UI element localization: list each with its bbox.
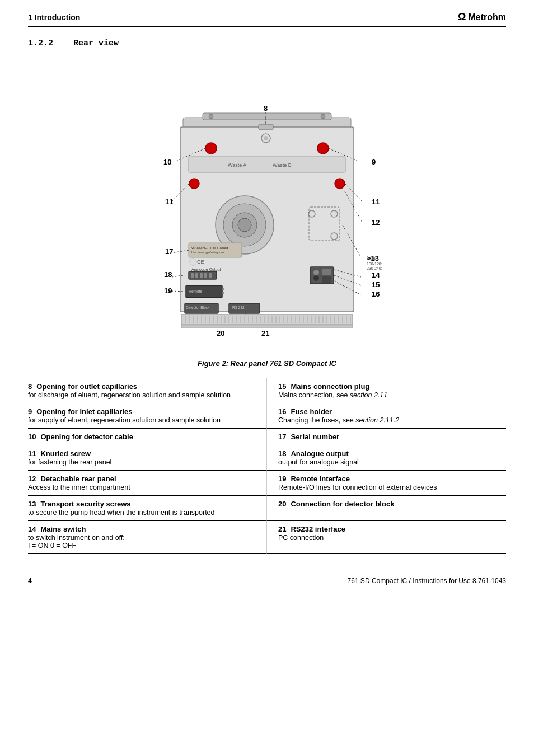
desc-text-8: for discharge of eluent, regeneration so… xyxy=(28,391,255,399)
svg-text:WARNING - Fire Hazard: WARNING - Fire Hazard xyxy=(191,246,228,250)
svg-text:11: 11 xyxy=(165,198,173,206)
svg-text:21: 21 xyxy=(261,329,269,337)
header-title: 1 Introduction xyxy=(28,13,80,22)
section-heading: 1.2.2 Rear view xyxy=(28,39,506,48)
desc-text-18: output for analogue signal xyxy=(278,458,500,466)
figure-container: Waste A Waste B WARNING - xyxy=(28,57,506,354)
svg-text:Waste A: Waste A xyxy=(228,162,246,168)
svg-rect-53 xyxy=(209,273,212,278)
svg-text:Use same type/rating fuse: Use same type/rating fuse xyxy=(191,251,224,254)
svg-rect-40 xyxy=(322,269,331,275)
description-item-10: 10Opening for detector cable xyxy=(28,429,267,445)
page-header: 1 Introduction Ω Metrohm xyxy=(28,11,506,27)
desc-text-13: to secure the pump head when the instrum… xyxy=(28,509,255,516)
description-item-16: 16Fuse holderChanging the fuses, see sec… xyxy=(267,403,506,429)
svg-text:Waste B: Waste B xyxy=(273,162,292,168)
svg-point-29 xyxy=(190,259,196,265)
header-logo: Ω Metrohm xyxy=(458,11,506,23)
svg-point-38 xyxy=(313,270,319,275)
desc-text-11: for fastening the rear panel xyxy=(28,458,255,466)
desc-number-21: 21 xyxy=(278,525,286,533)
description-item-20: 20Connection for detector block xyxy=(267,496,506,521)
description-item-13: 13Transport security screwsto secure the… xyxy=(28,496,267,521)
desc-label-16: Fuse holder xyxy=(291,407,332,416)
svg-point-59 xyxy=(222,292,224,294)
desc-label-13: Transport security screws xyxy=(40,500,130,508)
svg-text:18: 18 xyxy=(164,270,172,279)
svg-point-58 xyxy=(222,288,224,290)
svg-text:230-240:: 230-240: xyxy=(367,266,382,270)
desc-number-13: 13 xyxy=(28,500,36,508)
svg-text:15: 15 xyxy=(372,280,380,289)
svg-text:11: 11 xyxy=(372,198,380,206)
omega-icon: Ω xyxy=(458,11,466,23)
description-item-11: 11Knurled screwfor fastening the rear pa… xyxy=(28,445,267,471)
desc-number-11: 11 xyxy=(28,449,36,458)
desc-text-21: PC connection xyxy=(278,534,500,542)
svg-point-3 xyxy=(321,114,325,119)
desc-text-9: for supply of eluent, regeneration solut… xyxy=(28,416,255,424)
desc-number-16: 16 xyxy=(278,407,286,416)
desc-label-14: Mains switch xyxy=(40,525,86,533)
footer-page-number: 4 xyxy=(28,577,32,585)
description-item-14: 14Mains switchto switch instrument on an… xyxy=(28,521,267,554)
desc-number-17: 17 xyxy=(278,433,286,441)
logo-name: Metrohm xyxy=(468,12,506,22)
figure-caption: Figure 2: Rear panel 761 SD Compact IC xyxy=(28,359,506,368)
description-item-18: 18Analogue outputoutput for analogue sig… xyxy=(267,445,506,471)
description-item-17: 17Serial number xyxy=(267,429,506,445)
svg-text:RS 232: RS 232 xyxy=(232,306,245,309)
svg-text:9: 9 xyxy=(372,158,376,166)
svg-rect-1 xyxy=(203,113,331,120)
description-item-19: 19Remote interfaceRemote-I/O lines for c… xyxy=(267,471,506,496)
desc-number-12: 12 xyxy=(28,475,36,483)
desc-label-11: Knurled screw xyxy=(40,449,91,458)
svg-point-34 xyxy=(331,233,338,240)
desc-text-12: Access to the inner compartment xyxy=(28,483,255,491)
footer-product: 761 SD Compact IC / Instructions for Use… xyxy=(348,577,506,585)
svg-text:12: 12 xyxy=(372,218,380,227)
desc-text-16: Changing the fuses, see section 2.11.2 xyxy=(278,416,500,424)
desc-label-21: RS232 interface xyxy=(291,525,345,533)
desc-label-10: Opening for detector cable xyxy=(40,433,133,441)
svg-text:Detector Block: Detector Block xyxy=(186,306,210,309)
svg-text:Remote: Remote xyxy=(189,289,203,293)
desc-number-15: 15 xyxy=(278,382,286,391)
svg-text:100-120:: 100-120: xyxy=(367,262,382,266)
desc-label-12: Detachable rear panel xyxy=(40,475,116,483)
svg-point-33 xyxy=(331,210,338,217)
svg-rect-14 xyxy=(189,157,345,172)
svg-text:8: 8 xyxy=(264,104,268,112)
svg-rect-49 xyxy=(191,273,194,278)
description-item-12: 12Detachable rear panelAccess to the inn… xyxy=(28,471,267,496)
svg-text:14: 14 xyxy=(372,271,380,279)
svg-rect-52 xyxy=(204,273,207,278)
desc-number-9: 9 xyxy=(28,407,32,416)
description-item-8: 8Opening for outlet capillariesfor disch… xyxy=(28,378,267,403)
desc-label-20: Connection for detector block xyxy=(291,500,394,508)
svg-point-32 xyxy=(308,210,315,217)
svg-text:10: 10 xyxy=(163,158,171,166)
desc-text-15: Mains connection, see section 2.11 xyxy=(278,391,500,399)
desc-text-19: Remote-I/O lines for connection of exter… xyxy=(278,483,500,491)
description-item-21: 21RS232 interfacePC connection xyxy=(267,521,506,554)
svg-point-8 xyxy=(264,136,268,140)
svg-point-39 xyxy=(313,275,319,281)
desc-label-9: Opening for inlet capillaries xyxy=(36,407,132,416)
svg-rect-41 xyxy=(322,276,331,283)
desc-number-18: 18 xyxy=(278,449,286,458)
desc-number-8: 8 xyxy=(28,382,32,391)
desc-number-19: 19 xyxy=(278,475,286,483)
svg-text:20: 20 xyxy=(217,329,224,337)
desc-text-14: to switch instrument on and off: I = ON … xyxy=(28,534,255,550)
svg-text:CE: CE xyxy=(197,259,204,265)
svg-text:16: 16 xyxy=(372,290,380,298)
desc-label-17: Serial number xyxy=(291,433,339,441)
desc-number-20: 20 xyxy=(278,500,286,508)
figure-wrapper: Waste A Waste B WARNING - xyxy=(93,57,441,354)
svg-point-17 xyxy=(189,179,199,189)
page-footer: 4 761 SD Compact IC / Instructions for U… xyxy=(28,571,506,585)
desc-label-15: Mains connection plug xyxy=(291,382,369,391)
description-table: 8Opening for outlet capillariesfor disch… xyxy=(28,378,506,554)
svg-text:19: 19 xyxy=(164,287,172,295)
